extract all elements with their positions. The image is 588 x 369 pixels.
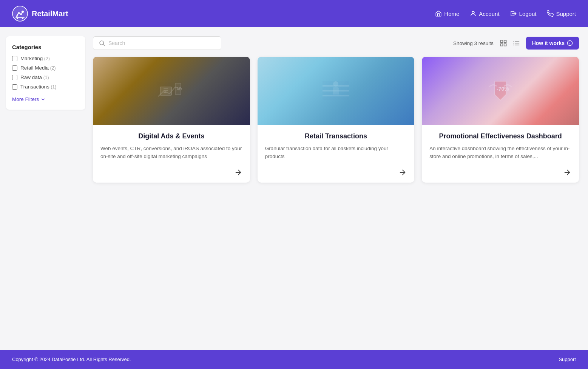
nav-links: Home Account Logout Support (435, 10, 576, 17)
list-view-button[interactable] (511, 38, 522, 48)
svg-point-4 (472, 11, 474, 14)
main-content: Categories Marketing (2) Retail Media (2… (0, 27, 588, 350)
chevron-down-icon (40, 97, 46, 102)
nav-account[interactable]: Account (470, 10, 499, 17)
svg-point-5 (100, 41, 104, 45)
svg-rect-8 (500, 44, 503, 46)
header: RetailMart Home Account Logout Support (0, 0, 588, 27)
filter-marketing[interactable]: Marketing (2) (12, 56, 79, 61)
nav-home[interactable]: Home (435, 10, 459, 17)
card-img-svg-2 (321, 76, 351, 106)
list-icon (512, 39, 520, 47)
card-retail-transactions-title: Retail Transactions (265, 132, 407, 140)
card-retail-transactions-arrow[interactable] (265, 168, 407, 177)
card-retail-transactions-body: Retail Transactions Granular transaction… (258, 125, 415, 183)
filter-raw-data[interactable]: Raw data (1) (12, 74, 79, 80)
svg-rect-7 (504, 40, 506, 43)
nav-logout[interactable]: Logout (510, 10, 537, 17)
filter-marketing-checkbox[interactable] (12, 56, 17, 61)
svg-point-3 (22, 18, 23, 19)
grid-view-button[interactable] (498, 38, 509, 48)
filter-transactions[interactable]: Transactions (1) (12, 84, 79, 90)
card-promotional-dashboard-body: Promotional Effectiveness Dashboard An i… (422, 125, 579, 183)
view-toggle (498, 38, 522, 48)
filter-raw-data-label: Raw data (1) (20, 74, 49, 80)
grid-icon (500, 39, 507, 47)
results-count: Showing 3 results (453, 40, 494, 46)
footer-support[interactable]: Support (559, 357, 576, 362)
info-icon (567, 40, 573, 46)
filter-retail-media[interactable]: Retail Media (2) (12, 65, 79, 71)
toolbar: Showing 3 results How it works (93, 36, 579, 50)
sidebar: Categories Marketing (2) Retail Media (2… (6, 36, 85, 110)
filter-retail-media-label: Retail Media (2) (20, 65, 56, 71)
categories-title: Categories (12, 44, 79, 50)
card-digital-ads-body: Digital Ads & Events Web events, CTR, co… (93, 125, 250, 183)
arrow-right-icon (234, 168, 242, 177)
cards-grid: AD Digital Ads & Events Web events, CTR,… (93, 57, 579, 183)
filter-raw-data-checkbox[interactable] (12, 75, 17, 80)
filter-retail-media-checkbox[interactable] (12, 65, 17, 71)
more-filters-button[interactable]: More Filters (12, 96, 79, 102)
search-input[interactable] (108, 40, 216, 46)
logo-area: RetailMart (12, 6, 435, 22)
card-img-svg-3: -70% (485, 76, 515, 106)
arrow-right-icon-3 (563, 168, 571, 177)
filter-transactions-checkbox[interactable] (12, 84, 17, 90)
card-retail-transactions-description: Granular transaction data for all basket… (265, 145, 407, 161)
card-promotional-dashboard-arrow[interactable] (429, 168, 571, 177)
filter-transactions-label: Transactions (1) (20, 84, 56, 90)
card-retail-transactions-image (258, 57, 415, 125)
card-promotional-dashboard-description: An interactive dashboard showing the eff… (429, 145, 571, 161)
svg-text:-70%: -70% (497, 86, 509, 92)
logout-icon (510, 10, 517, 17)
card-promotional-dashboard[interactable]: -70% Promotional Effectiveness Dashboard… (422, 57, 579, 183)
logo-icon (12, 6, 28, 22)
card-promotional-dashboard-title: Promotional Effectiveness Dashboard (429, 132, 571, 140)
svg-point-1 (22, 11, 24, 13)
logo-text: RetailMart (32, 9, 68, 18)
home-icon (435, 10, 442, 17)
filter-marketing-label: Marketing (2) (20, 56, 50, 61)
right-panel: Showing 3 results How it works (93, 36, 579, 341)
search-box[interactable] (93, 36, 221, 50)
card-digital-ads-image: AD (93, 57, 250, 125)
svg-point-2 (17, 18, 18, 19)
card-retail-transactions[interactable]: Retail Transactions Granular transaction… (258, 57, 415, 183)
account-icon (470, 10, 477, 17)
card-digital-ads-arrow[interactable] (100, 168, 242, 177)
arrow-right-icon-2 (398, 168, 407, 177)
footer: Copyright © 2024 DataPostie Ltd. All Rig… (0, 350, 588, 369)
card-digital-ads-title: Digital Ads & Events (100, 132, 242, 140)
svg-rect-6 (500, 40, 503, 43)
how-it-works-button[interactable]: How it works (526, 37, 579, 50)
search-icon (99, 40, 105, 47)
card-digital-ads[interactable]: AD Digital Ads & Events Web events, CTR,… (93, 57, 250, 183)
svg-rect-16 (323, 95, 349, 96)
card-digital-ads-description: Web events, CTR, conversions, and iROAS … (100, 145, 242, 161)
nav-support[interactable]: Support (547, 10, 576, 17)
svg-rect-9 (504, 44, 506, 46)
support-icon (547, 10, 554, 17)
card-promotional-dashboard-image: -70% (422, 57, 579, 125)
toolbar-right: Showing 3 results How it works (453, 37, 579, 50)
svg-point-17 (333, 81, 338, 87)
footer-copyright: Copyright © 2024 DataPostie Ltd. All Rig… (12, 357, 131, 362)
card-img-svg-1: AD (156, 76, 187, 106)
